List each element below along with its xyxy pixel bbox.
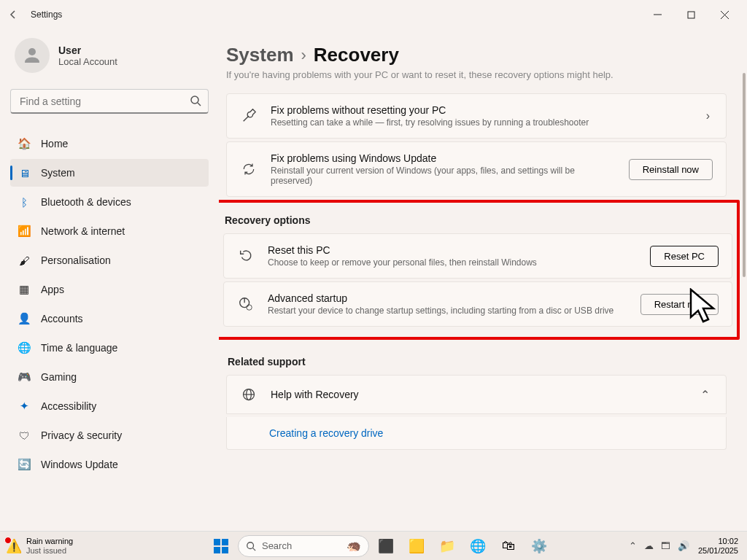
search-input[interactable]	[10, 89, 209, 114]
taskbar-search[interactable]: Search 🦔	[238, 535, 369, 557]
system-icon: 🖥	[18, 166, 31, 179]
svg-point-9	[247, 305, 252, 310]
restart-now-button[interactable]: Restart now	[640, 294, 719, 315]
svg-rect-13	[214, 539, 220, 545]
shield-icon: 🛡	[18, 429, 31, 442]
nav-personalisation[interactable]: 🖌Personalisation	[10, 246, 209, 274]
nav-privacy[interactable]: 🛡Privacy & security	[10, 421, 209, 449]
maximize-button[interactable]	[674, 3, 708, 26]
nav-time-language[interactable]: 🌐Time & language	[10, 334, 209, 362]
reinstall-now-button[interactable]: Reinstall now	[629, 159, 713, 180]
minimize-button[interactable]	[640, 3, 674, 26]
sidebar: User Local Account 🏠Home 🖥System ᛒBlueto…	[0, 29, 219, 531]
card-fix-problems[interactable]: Fix problems without resetting your PC R…	[226, 93, 727, 139]
svg-point-17	[247, 542, 254, 548]
breadcrumb-current: Recovery	[314, 44, 399, 66]
breadcrumb-root[interactable]: System	[226, 44, 294, 66]
taskbar-weather[interactable]: ⚠️ Rain warning Just issued	[0, 537, 131, 556]
brush-icon: 🖌	[18, 254, 31, 267]
taskbar-clock[interactable]: 10:02 25/01/2025	[698, 537, 738, 556]
svg-point-5	[191, 96, 198, 104]
user-name: User	[58, 44, 117, 56]
apps-icon: ▦	[18, 283, 31, 296]
svg-line-6	[198, 103, 201, 106]
tray-chevron-icon[interactable]: ⌃	[629, 540, 637, 551]
home-icon: 🏠	[18, 137, 31, 150]
volume-icon[interactable]: 🔊	[678, 540, 689, 551]
card-fix-update: Fix problems using Windows Update Reinst…	[226, 141, 727, 197]
svg-rect-15	[214, 547, 220, 553]
main-content: System › Recovery If you're having probl…	[219, 29, 747, 531]
svg-rect-16	[222, 547, 228, 553]
gaming-icon: 🎮	[18, 370, 31, 384]
highlight-annotation: Recovery options Reset this PC Choose to…	[219, 200, 740, 340]
battery-icon[interactable]: 🗔	[661, 540, 670, 551]
nav-accounts[interactable]: 👤Accounts	[10, 305, 209, 332]
nav-accessibility[interactable]: ✦Accessibility	[10, 392, 209, 420]
card-help-recovery[interactable]: Help with Recovery ⌃	[226, 375, 727, 414]
taskbar: ⚠️ Rain warning Just issued Search 🦔 ⬛ 🟨…	[0, 531, 747, 560]
update-icon: 🔄	[18, 458, 31, 471]
chevron-up-icon: ⌃	[697, 388, 713, 402]
taskbar-explorer[interactable]: 📁	[433, 532, 461, 560]
link-recovery-drive[interactable]: Creating a recovery drive	[226, 417, 727, 450]
scrollbar[interactable]	[740, 29, 746, 531]
power-gear-icon	[237, 295, 255, 313]
nav-list: 🏠Home 🖥System ᛒBluetooth & devices 📶Netw…	[10, 130, 209, 478]
card-reset-pc: Reset this PC Choose to keep or remove y…	[223, 233, 732, 279]
page-subtitle: If you're having problems with your PC o…	[226, 69, 727, 80]
nav-windows-update[interactable]: 🔄Windows Update	[10, 451, 209, 478]
wrench-icon	[240, 107, 258, 125]
nav-system[interactable]: 🖥System	[10, 159, 209, 187]
taskbar-edge[interactable]: 🌐	[464, 532, 492, 560]
card-advanced-startup: Advanced startup Restart your device to …	[223, 281, 732, 327]
svg-line-18	[253, 548, 256, 551]
section-recovery-options: Recovery options	[225, 214, 732, 226]
nav-network[interactable]: 📶Network & internet	[10, 217, 209, 245]
svg-rect-14	[222, 539, 228, 545]
taskbar-store[interactable]: 🛍	[495, 532, 522, 560]
start-button[interactable]	[207, 532, 235, 560]
close-button[interactable]	[708, 3, 741, 26]
search-icon	[190, 95, 201, 109]
nav-home[interactable]: 🏠Home	[10, 130, 209, 158]
nav-gaming[interactable]: 🎮Gaming	[10, 363, 209, 391]
accessibility-icon: ✦	[18, 400, 31, 413]
user-account-type: Local Account	[58, 56, 117, 67]
system-tray[interactable]: ⌃ ☁ 🗔 🔊	[629, 540, 689, 551]
nav-apps[interactable]: ▦Apps	[10, 276, 209, 303]
back-button[interactable]	[6, 7, 20, 22]
window-title: Settings	[31, 9, 62, 20]
weather-warning-icon: ⚠️	[6, 538, 22, 554]
avatar	[15, 38, 50, 73]
breadcrumb: System › Recovery	[226, 44, 727, 66]
svg-rect-1	[688, 12, 694, 18]
chevron-right-icon: ›	[301, 46, 306, 65]
user-icon: 👤	[18, 312, 31, 325]
svg-point-4	[28, 48, 36, 55]
taskbar-app[interactable]: 🟨	[403, 532, 430, 560]
clock-icon: 🌐	[18, 341, 31, 354]
refresh-icon	[240, 160, 258, 178]
chevron-right-icon: ›	[703, 109, 713, 122]
section-related-support: Related support	[228, 356, 727, 368]
globe-icon	[240, 386, 258, 403]
nav-bluetooth[interactable]: ᛒBluetooth & devices	[10, 188, 209, 216]
user-block[interactable]: User Local Account	[10, 38, 209, 73]
reset-icon	[237, 247, 255, 265]
task-view-button[interactable]: ⬛	[372, 532, 400, 560]
onedrive-icon[interactable]: ☁	[644, 540, 654, 551]
wifi-icon: 📶	[18, 225, 31, 238]
taskbar-settings[interactable]: ⚙️	[525, 532, 553, 560]
reset-pc-button[interactable]: Reset PC	[650, 246, 719, 267]
bluetooth-icon: ᛒ	[18, 195, 31, 209]
